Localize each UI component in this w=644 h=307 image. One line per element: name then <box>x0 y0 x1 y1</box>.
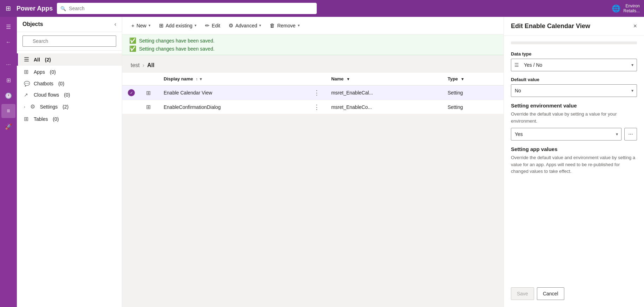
add-existing-caret-icon: ▾ <box>195 23 197 28</box>
display-name-filter-icon[interactable]: ▼ <box>199 77 203 81</box>
col-display-name[interactable]: Display name ↑ ▼ <box>158 73 308 85</box>
table-row[interactable]: ⊞ EnableConfirmationDialog ⋮ msret_Enabl… <box>122 100 504 114</box>
setting-env-desc: Override the default value by setting a … <box>511 111 637 124</box>
breadcrumb: test › All <box>122 55 504 73</box>
sidebar-item-chatbots-count: (0) <box>57 81 64 86</box>
col-dots <box>308 73 326 85</box>
notification-check-icon-1: ✅ <box>129 37 136 44</box>
advanced-button[interactable]: ⚙ Advanced ▾ <box>225 20 265 31</box>
default-value-select[interactable]: No Yes <box>511 84 637 97</box>
rail-dots-icon[interactable]: ··· <box>1 58 15 72</box>
remove-icon: 🗑 <box>270 22 275 28</box>
default-value-label: Default value <box>511 77 637 82</box>
chatbots-icon: 💬 <box>24 81 30 86</box>
search-icon: 🔍 <box>60 6 66 11</box>
sidebar-item-apps-count: (0) <box>48 69 56 75</box>
data-table: Display name ↑ ▼ Name ▼ Type ▼ <box>122 73 504 114</box>
setting-app-section: Setting app values Override the default … <box>511 146 637 175</box>
name-sort-icon: ▼ <box>346 77 350 81</box>
panel-title: Edit Enable Calendar View <box>511 22 590 30</box>
data-type-label: Data type <box>511 51 637 57</box>
col-name[interactable]: Name ▼ <box>326 73 442 85</box>
sidebar-item-apps[interactable]: ⊞ Apps (0) <box>17 66 122 78</box>
top-search-bar[interactable]: 🔍 <box>57 3 317 14</box>
notifications-area: ✅ Setting changes have been saved. ✅ Set… <box>122 34 504 55</box>
row-name-cell: msret_EnableCo... <box>326 100 442 114</box>
remove-button[interactable]: 🗑 Remove ▾ <box>266 20 303 31</box>
sidebar-search-input[interactable] <box>22 35 116 47</box>
sidebar-collapse-button[interactable]: ‹ <box>114 21 116 27</box>
type-sort-icon: ▼ <box>461 77 465 81</box>
sidebar-item-cloudflows[interactable]: ↗ Cloud flows (0) <box>17 89 122 100</box>
row-object-icon: ⊞ <box>146 90 151 96</box>
left-rail: ☰ ← ··· ⊞ 🕐 ≡ 🚀 <box>0 17 17 307</box>
table-row[interactable]: ✓ ⊞ Enable Calendar View ⋮ msret_EnableC… <box>122 85 504 100</box>
table-header-row: Display name ↑ ▼ Name ▼ Type ▼ <box>122 73 504 85</box>
notification-text-2: Setting changes have been saved. <box>139 46 215 52</box>
main-layout: ☰ ← ··· ⊞ 🕐 ≡ 🚀 Objects ‹ 🔍 ☰ All (2) <box>0 17 644 307</box>
row-type-cell: Setting <box>442 100 504 114</box>
toolbar: + New ▾ ⊞ Add existing ▾ ✏ Edit ⚙ Advanc… <box>122 17 504 34</box>
rail-back-icon[interactable]: ← <box>1 35 15 49</box>
sidebar-item-tables[interactable]: ⊞ Tables (0) <box>17 113 122 125</box>
row-selected-icon: ✓ <box>128 89 135 96</box>
rail-menu-icon[interactable]: ☰ <box>1 20 15 34</box>
row-context-menu-icon[interactable]: ⋮ <box>314 89 320 96</box>
col-icon <box>140 73 158 85</box>
sidebar-item-cloudflows-label: Cloud flows <box>34 92 59 98</box>
cancel-button[interactable]: Cancel <box>537 287 564 300</box>
grid-icon[interactable]: ⊞ <box>4 3 12 14</box>
sidebar-item-all[interactable]: ☰ All (2) <box>17 53 122 66</box>
panel-close-button[interactable]: × <box>633 22 637 30</box>
env-dots-button[interactable]: ··· <box>624 128 637 141</box>
row-context-menu-icon[interactable]: ⋮ <box>314 104 320 111</box>
row-icon-cell: ⊞ <box>140 85 158 100</box>
row-type-cell: Setting <box>442 85 504 100</box>
sidebar-item-chatbots[interactable]: 💬 Chatbots (0) <box>17 78 122 89</box>
sidebar-title: Objects <box>22 21 43 27</box>
new-button[interactable]: + New ▾ <box>128 20 154 31</box>
row-dots-cell[interactable]: ⋮ <box>308 100 326 114</box>
rail-rocket-icon[interactable]: 🚀 <box>1 119 15 133</box>
col-type[interactable]: Type ▼ <box>442 73 504 85</box>
sidebar: Objects ‹ 🔍 ☰ All (2) ⊞ Apps (0) 💬 Chatb <box>17 17 122 307</box>
sidebar-search-area: 🔍 <box>17 32 122 51</box>
panel-header: Edit Enable Calendar View × <box>504 17 644 36</box>
top-nav: ⊞ Power Apps 🔍 🌐 Environ Retails... <box>0 0 644 17</box>
notification-text-1: Setting changes have been saved. <box>139 38 215 44</box>
default-value-field: Default value No Yes ▾ <box>511 77 637 97</box>
new-icon: + <box>131 22 134 28</box>
data-type-select[interactable]: Yes / No <box>511 59 637 71</box>
notification-check-icon-2: ✅ <box>129 45 136 52</box>
default-value-select-wrapper: No Yes ▾ <box>511 84 637 97</box>
save-button[interactable]: Save <box>511 287 534 300</box>
nav-right: 🌐 Environ Retails... <box>612 4 640 13</box>
sidebar-item-settings[interactable]: › ⚙ Settings (2) <box>17 100 122 113</box>
top-search-input[interactable] <box>69 6 313 11</box>
display-name-sort-icon: ↑ <box>196 77 198 81</box>
rail-history-icon[interactable]: 🕐 <box>1 89 15 103</box>
panel-top-bar <box>511 41 637 44</box>
data-type-field: Data type ☰ Yes / No ▾ <box>511 51 637 71</box>
sidebar-item-chatbots-label: Chatbots <box>34 81 53 86</box>
sidebar-search-wrap: 🔍 <box>22 35 116 47</box>
breadcrumb-parent[interactable]: test <box>131 62 140 68</box>
env-value-select[interactable]: Yes No <box>511 128 622 141</box>
breadcrumb-current: All <box>147 62 154 68</box>
settings-icon: ⚙ <box>30 103 37 110</box>
edit-button[interactable]: ✏ Edit <box>202 20 224 31</box>
cloudflows-icon: ↗ <box>24 92 30 98</box>
notification-1: ✅ Setting changes have been saved. <box>129 37 497 44</box>
sidebar-item-settings-label: Settings <box>40 104 58 110</box>
row-dots-cell[interactable]: ⋮ <box>308 85 326 100</box>
environment-name: Environ Retails... <box>623 4 640 13</box>
row-object-icon: ⊞ <box>146 104 151 110</box>
add-existing-button[interactable]: ⊞ Add existing ▾ <box>156 20 200 31</box>
row-check-cell <box>122 100 140 114</box>
rail-solutions-icon[interactable]: ≡ <box>1 104 15 118</box>
rail-table-icon[interactable]: ⊞ <box>1 73 15 87</box>
new-caret-icon: ▾ <box>149 23 151 28</box>
panel-footer: Save Cancel <box>504 282 644 300</box>
sidebar-item-all-label: All <box>34 57 40 63</box>
advanced-caret-icon: ▾ <box>259 23 261 28</box>
